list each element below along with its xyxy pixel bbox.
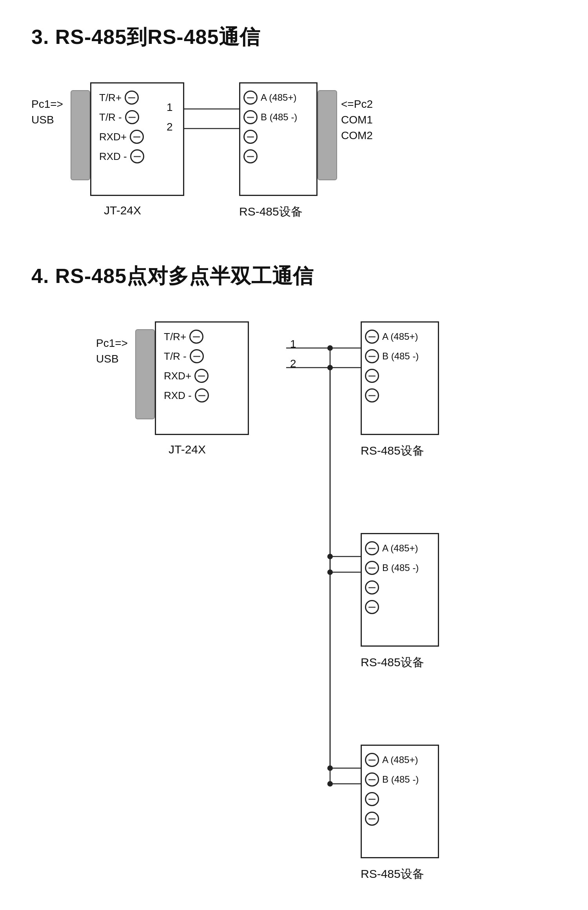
- svg-point-19: [327, 781, 333, 787]
- section2: 4. RS-485点对多点半双工通信: [31, 263, 557, 910]
- jt24x-label: JT-24X: [104, 204, 141, 217]
- s2-jt-tr-minus-label: T/R -: [164, 350, 187, 363]
- s2-rs485-device2-label: RS-485设备: [361, 654, 424, 671]
- rs485-d-terminal: [243, 149, 258, 163]
- jt24x-box: T/R+ T/R - RXD+ RXD -: [90, 82, 184, 196]
- svg-point-15: [327, 365, 333, 370]
- s2-rs485-3-a-terminal: [365, 753, 379, 767]
- s2-rs485-1-d-terminal: [365, 388, 379, 402]
- rs485-b-label: B (485 -): [261, 112, 297, 123]
- s2-rs485-1-b-label: B (485 -): [382, 351, 419, 362]
- rs485-device-label: RS-485设备: [239, 204, 303, 220]
- wire-label-1: 1: [167, 101, 173, 114]
- svg-point-16: [327, 554, 333, 559]
- s2-rs485-2-b-terminal: [365, 561, 379, 575]
- jt-tr-plus-label: T/R+: [99, 92, 122, 104]
- jt-rxd-minus-terminal: [130, 149, 144, 163]
- jt-tr-plus-terminal: [125, 91, 139, 105]
- s2-jt-rxd-minus-terminal: [195, 388, 209, 402]
- pc2-label: <=Pc2: [341, 98, 373, 111]
- s2-jt24x-label: JT-24X: [169, 443, 206, 456]
- s2-rs485-2-b-label: B (485 -): [382, 562, 419, 573]
- rs485-a-terminal: [243, 91, 258, 105]
- s2-rs485-3-d-terminal: [365, 812, 379, 826]
- com2-label: COM2: [341, 129, 373, 142]
- s2-rs485-3-b-label: B (485 -): [382, 774, 419, 785]
- s2-rs485-2-a-terminal: [365, 541, 379, 555]
- usb-connector-left-s2: [135, 329, 155, 419]
- wire-label-2: 2: [167, 121, 173, 133]
- s2-rs485-1-c-terminal: [365, 369, 379, 383]
- s2-rs485-3-a-label: A (485+): [382, 754, 418, 765]
- section2-title: 4. RS-485点对多点半双工通信: [31, 263, 557, 290]
- usb-connector-left: [71, 90, 90, 180]
- s2-rs485-1-a-terminal: [365, 330, 379, 344]
- s2-rs485-device1-label: RS-485设备: [361, 443, 424, 459]
- rs485-box2-s2: A (485+) B (485 -): [361, 533, 439, 647]
- usb-connector-right: [318, 90, 337, 180]
- s2-rs485-2-c-terminal: [365, 580, 379, 595]
- s2-jt-tr-plus-terminal: [189, 330, 203, 344]
- rs485-b-terminal: [243, 110, 258, 124]
- s2-wire-label-1: 1: [290, 338, 296, 350]
- s2-rs485-2-d-terminal: [365, 600, 379, 614]
- pc1-label: Pc1=>: [31, 98, 63, 111]
- usb-label-left: USB: [31, 114, 54, 126]
- s2-rs485-3-b-terminal: [365, 772, 379, 787]
- s2-rs485-1-b-terminal: [365, 349, 379, 363]
- s2-jt-rxd-plus-terminal: [194, 369, 209, 383]
- s2-usb-label: USB: [96, 353, 119, 365]
- s2-wire-label-2: 2: [290, 357, 296, 370]
- jt24x-box-s2: T/R+ T/R - RXD+ RXD -: [155, 321, 249, 435]
- svg-point-18: [327, 765, 333, 771]
- svg-point-14: [327, 345, 333, 351]
- jt-rxd-plus-terminal: [130, 130, 144, 144]
- s2-rs485-3-c-terminal: [365, 792, 379, 806]
- jt-tr-minus-label: T/R -: [99, 111, 122, 123]
- jt-rxd-plus-label: RXD+: [99, 131, 127, 143]
- s2-jt-rxd-minus-label: RXD -: [164, 390, 192, 402]
- s2-pc1-label: Pc1=>: [96, 337, 128, 350]
- s2-rs485-2-a-label: A (485+): [382, 543, 418, 554]
- rs485-box3-s2: A (485+) B (485 -): [361, 745, 439, 858]
- s2-jt-tr-plus-label: T/R+: [164, 331, 186, 343]
- jt-tr-minus-terminal: [125, 110, 139, 124]
- rs485-box: A (485+) B (485 -): [239, 82, 318, 196]
- section1: 3. RS-485到RS-485通信 T/R+ T/R -: [31, 24, 557, 231]
- jt-rxd-minus-label: RXD -: [99, 150, 127, 163]
- section1-title: 3. RS-485到RS-485通信: [31, 24, 557, 51]
- s2-rs485-1-a-label: A (485+): [382, 331, 418, 342]
- s2-jt-tr-minus-terminal: [190, 349, 204, 363]
- rs485-box1-s2: A (485+) B (485 -): [361, 321, 439, 435]
- rs485-c-terminal: [243, 130, 258, 144]
- s2-rs485-device3-label: RS-485设备: [361, 866, 424, 882]
- s2-jt-rxd-plus-label: RXD+: [164, 370, 191, 382]
- svg-point-17: [327, 569, 333, 575]
- com1-label: COM1: [341, 114, 373, 126]
- rs485-a-label: A (485+): [261, 92, 296, 103]
